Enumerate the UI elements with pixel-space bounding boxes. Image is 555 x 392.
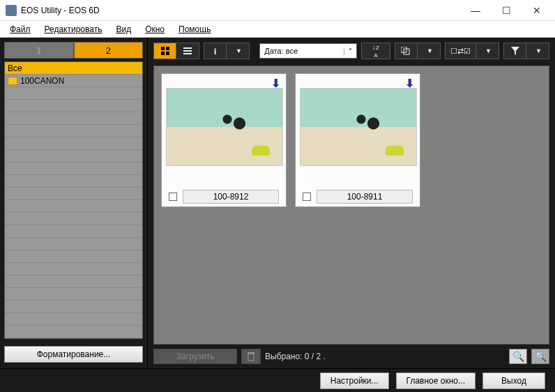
filter-dropdown-button[interactable]: ▼: [526, 43, 549, 59]
toggle-select-icon: ☐⇄☑: [450, 47, 471, 56]
group-button[interactable]: [395, 43, 418, 59]
svg-rect-9: [248, 354, 254, 361]
thumbnail-caption-row: 100-8911: [300, 190, 416, 204]
info-icon: i: [214, 46, 217, 56]
tree-row-empty: [5, 100, 142, 112]
tree-row-empty: [5, 112, 142, 125]
list-view-button[interactable]: [176, 43, 199, 59]
thumbnail-caption-row: 100-8912: [166, 190, 282, 204]
svg-rect-4: [183, 47, 192, 49]
thumbnail-caption: 100-8912: [183, 190, 279, 204]
footer: Настройки... Главное окно... Выход: [0, 368, 555, 392]
zoom-out-button[interactable]: 🔍: [531, 349, 549, 364]
info-segment: i ▼: [204, 43, 250, 59]
minimize-button[interactable]: —: [460, 1, 491, 20]
grid-view-button[interactable]: [154, 43, 176, 59]
view-mode-segment: [153, 43, 199, 59]
grid-icon: [160, 46, 170, 56]
date-filter-select[interactable]: Дата: все ˅: [259, 43, 357, 59]
thumbnail-item[interactable]: ⬇ 100-8912: [161, 73, 287, 207]
toggle-select-button[interactable]: ☐⇄☑: [446, 43, 476, 59]
settings-button[interactable]: Настройки...: [320, 372, 389, 389]
sidebar: 1 2 Все 100CANON: [0, 38, 148, 368]
tree-row-empty: [5, 175, 142, 188]
svg-rect-10: [248, 352, 254, 354]
tree-row-empty: [5, 125, 142, 137]
menu-file[interactable]: Файл: [4, 23, 36, 36]
svg-rect-6: [183, 53, 192, 54]
tree-row-empty: [5, 213, 142, 225]
content: 1 2 Все 100CANON: [0, 38, 555, 368]
selection-status: Выбрано: 0 / 2 .: [265, 352, 505, 361]
folder-icon: [8, 77, 17, 85]
tree-row-empty: [5, 276, 142, 288]
close-button[interactable]: ✕: [522, 1, 552, 20]
tree-row-empty: [5, 225, 142, 238]
tree-row-empty: [5, 288, 142, 301]
menu-edit[interactable]: Редактировать: [39, 23, 108, 36]
tree-row-empty: [5, 313, 142, 326]
tree-label: Все: [8, 63, 22, 73]
info-dropdown-button[interactable]: ▼: [227, 43, 249, 59]
menu-window[interactable]: Окно: [139, 23, 170, 36]
sort-segment: ↓ZA: [361, 43, 390, 59]
tree-row-empty: [5, 250, 142, 263]
chevron-down-icon: ˅: [344, 47, 356, 55]
trash-icon: [247, 352, 255, 361]
maximize-button[interactable]: ☐: [491, 1, 522, 20]
thumbnail-image: [300, 88, 417, 166]
tree-row-folder[interactable]: 100CANON: [5, 75, 142, 87]
info-button[interactable]: i: [204, 43, 227, 59]
window-title: EOS Utility - EOS 6D: [21, 6, 460, 15]
zoom-in-icon: 🔍: [512, 351, 524, 362]
svg-rect-2: [161, 52, 165, 55]
tree-row-empty: [5, 301, 142, 313]
zoom-out-icon: 🔍: [535, 351, 547, 362]
main-window-button[interactable]: Главное окно...: [396, 372, 476, 389]
window-controls: — ☐ ✕: [460, 1, 552, 20]
sort-button[interactable]: ↓ZA: [362, 43, 390, 59]
sidebar-tab-2[interactable]: 2: [74, 42, 144, 59]
tree-row-empty: [5, 200, 142, 213]
svg-rect-5: [183, 50, 192, 52]
load-button[interactable]: Загрузить: [153, 349, 237, 364]
toolbar: i ▼ Дата: все ˅ ↓ZA ▼ ☐⇄☑: [148, 38, 555, 63]
exit-button[interactable]: Выход: [482, 372, 545, 389]
select-segment: ☐⇄☑ ▼: [445, 43, 499, 59]
tree-row-empty: [5, 137, 142, 150]
app-icon: [6, 5, 17, 16]
select-dropdown-button[interactable]: ▼: [476, 43, 499, 59]
filter-button[interactable]: [504, 43, 526, 59]
thumbnail-checkbox[interactable]: [169, 193, 177, 201]
thumbnail-item[interactable]: ⬇ 100-8911: [295, 73, 420, 207]
tree-row-empty: [5, 263, 142, 276]
format-button[interactable]: Форматирование...: [4, 346, 143, 363]
svg-rect-1: [166, 47, 169, 50]
delete-button[interactable]: [241, 349, 261, 364]
tree-row-empty: [5, 238, 142, 250]
thumbnail-caption: 100-8911: [317, 190, 413, 204]
filter-segment: ▼: [503, 43, 549, 59]
tree-row-empty: [5, 188, 142, 200]
tree-row-empty: [5, 150, 142, 163]
sort-icon: ↓ZA: [372, 43, 379, 59]
group-dropdown-button[interactable]: ▼: [418, 43, 440, 59]
sidebar-tab-1[interactable]: 1: [4, 42, 74, 59]
date-filter-label: Дата: все: [260, 47, 302, 55]
tree-row-empty: [5, 326, 142, 338]
group-segment: ▼: [395, 43, 441, 59]
list-icon: [183, 46, 192, 56]
stack-icon: [401, 47, 412, 55]
svg-rect-0: [161, 47, 165, 50]
thumbnail-gallery[interactable]: ⬇ 100-8912 ⬇ 100-8911: [153, 66, 549, 345]
menu-view[interactable]: Вид: [110, 23, 137, 36]
thumbnail-image: [166, 88, 283, 166]
thumbnail-checkbox[interactable]: [303, 193, 311, 201]
svg-rect-3: [166, 52, 169, 55]
tree-row-all[interactable]: Все: [5, 62, 142, 75]
zoom-in-button[interactable]: 🔍: [509, 349, 527, 364]
folder-tree[interactable]: Все 100CANON: [4, 61, 143, 339]
menu-help[interactable]: Помощь: [173, 23, 216, 36]
funnel-icon: [510, 46, 520, 56]
tree-row-empty: [5, 163, 142, 175]
